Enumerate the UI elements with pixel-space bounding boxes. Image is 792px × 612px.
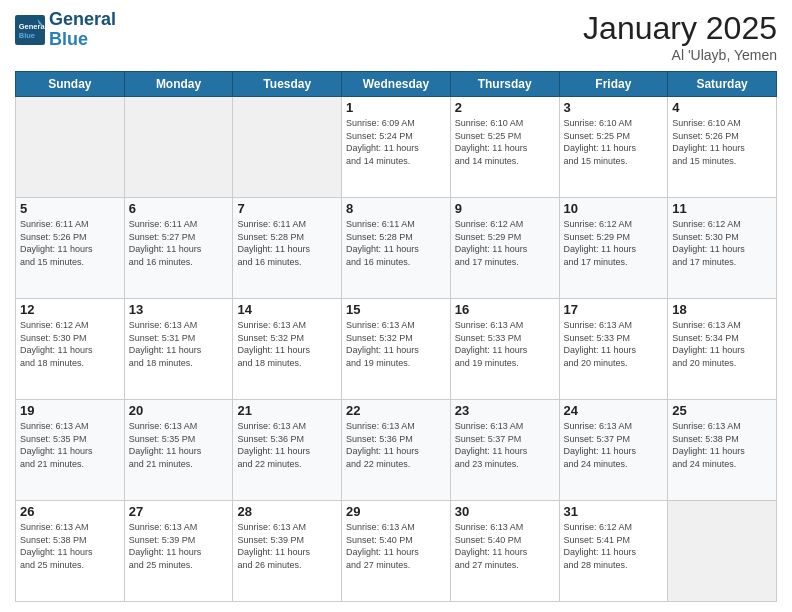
calendar-header-row: Sunday Monday Tuesday Wednesday Thursday… <box>16 72 777 97</box>
calendar-cell: 6Sunrise: 6:11 AM Sunset: 5:27 PM Daylig… <box>124 198 233 299</box>
col-thursday: Thursday <box>450 72 559 97</box>
calendar-cell: 24Sunrise: 6:13 AM Sunset: 5:37 PM Dayli… <box>559 400 668 501</box>
calendar-cell: 25Sunrise: 6:13 AM Sunset: 5:38 PM Dayli… <box>668 400 777 501</box>
calendar-cell: 21Sunrise: 6:13 AM Sunset: 5:36 PM Dayli… <box>233 400 342 501</box>
day-info: Sunrise: 6:13 AM Sunset: 5:38 PM Dayligh… <box>20 521 120 571</box>
title-section: January 2025 Al 'Ulayb, Yemen <box>583 10 777 63</box>
calendar-week-row: 1Sunrise: 6:09 AM Sunset: 5:24 PM Daylig… <box>16 97 777 198</box>
calendar-cell: 15Sunrise: 6:13 AM Sunset: 5:32 PM Dayli… <box>342 299 451 400</box>
day-number: 22 <box>346 403 446 418</box>
calendar-cell: 4Sunrise: 6:10 AM Sunset: 5:26 PM Daylig… <box>668 97 777 198</box>
day-number: 16 <box>455 302 555 317</box>
day-number: 24 <box>564 403 664 418</box>
calendar-table: Sunday Monday Tuesday Wednesday Thursday… <box>15 71 777 602</box>
calendar-cell: 27Sunrise: 6:13 AM Sunset: 5:39 PM Dayli… <box>124 501 233 602</box>
day-number: 14 <box>237 302 337 317</box>
calendar-cell: 8Sunrise: 6:11 AM Sunset: 5:28 PM Daylig… <box>342 198 451 299</box>
day-number: 12 <box>20 302 120 317</box>
col-wednesday: Wednesday <box>342 72 451 97</box>
calendar-week-row: 19Sunrise: 6:13 AM Sunset: 5:35 PM Dayli… <box>16 400 777 501</box>
day-info: Sunrise: 6:12 AM Sunset: 5:29 PM Dayligh… <box>564 218 664 268</box>
calendar-cell: 28Sunrise: 6:13 AM Sunset: 5:39 PM Dayli… <box>233 501 342 602</box>
day-info: Sunrise: 6:12 AM Sunset: 5:41 PM Dayligh… <box>564 521 664 571</box>
day-number: 18 <box>672 302 772 317</box>
day-number: 31 <box>564 504 664 519</box>
day-info: Sunrise: 6:11 AM Sunset: 5:28 PM Dayligh… <box>237 218 337 268</box>
day-info: Sunrise: 6:13 AM Sunset: 5:39 PM Dayligh… <box>237 521 337 571</box>
day-info: Sunrise: 6:13 AM Sunset: 5:31 PM Dayligh… <box>129 319 229 369</box>
day-info: Sunrise: 6:10 AM Sunset: 5:25 PM Dayligh… <box>455 117 555 167</box>
day-info: Sunrise: 6:13 AM Sunset: 5:35 PM Dayligh… <box>20 420 120 470</box>
calendar-cell: 19Sunrise: 6:13 AM Sunset: 5:35 PM Dayli… <box>16 400 125 501</box>
day-number: 3 <box>564 100 664 115</box>
day-number: 25 <box>672 403 772 418</box>
day-info: Sunrise: 6:13 AM Sunset: 5:36 PM Dayligh… <box>237 420 337 470</box>
svg-text:Blue: Blue <box>19 30 35 39</box>
day-info: Sunrise: 6:09 AM Sunset: 5:24 PM Dayligh… <box>346 117 446 167</box>
day-number: 11 <box>672 201 772 216</box>
calendar-body: 1Sunrise: 6:09 AM Sunset: 5:24 PM Daylig… <box>16 97 777 602</box>
day-info: Sunrise: 6:12 AM Sunset: 5:30 PM Dayligh… <box>672 218 772 268</box>
day-info: Sunrise: 6:13 AM Sunset: 5:32 PM Dayligh… <box>237 319 337 369</box>
logo-text: General Blue <box>49 10 116 50</box>
calendar-cell: 17Sunrise: 6:13 AM Sunset: 5:33 PM Dayli… <box>559 299 668 400</box>
logo: General Blue General Blue <box>15 10 116 50</box>
day-number: 9 <box>455 201 555 216</box>
day-info: Sunrise: 6:13 AM Sunset: 5:38 PM Dayligh… <box>672 420 772 470</box>
day-info: Sunrise: 6:12 AM Sunset: 5:29 PM Dayligh… <box>455 218 555 268</box>
calendar-cell: 20Sunrise: 6:13 AM Sunset: 5:35 PM Dayli… <box>124 400 233 501</box>
day-number: 27 <box>129 504 229 519</box>
day-info: Sunrise: 6:13 AM Sunset: 5:34 PM Dayligh… <box>672 319 772 369</box>
col-tuesday: Tuesday <box>233 72 342 97</box>
calendar-cell: 14Sunrise: 6:13 AM Sunset: 5:32 PM Dayli… <box>233 299 342 400</box>
calendar-week-row: 26Sunrise: 6:13 AM Sunset: 5:38 PM Dayli… <box>16 501 777 602</box>
col-saturday: Saturday <box>668 72 777 97</box>
day-info: Sunrise: 6:11 AM Sunset: 5:26 PM Dayligh… <box>20 218 120 268</box>
calendar-cell: 23Sunrise: 6:13 AM Sunset: 5:37 PM Dayli… <box>450 400 559 501</box>
day-info: Sunrise: 6:13 AM Sunset: 5:36 PM Dayligh… <box>346 420 446 470</box>
calendar-cell: 1Sunrise: 6:09 AM Sunset: 5:24 PM Daylig… <box>342 97 451 198</box>
calendar-cell: 11Sunrise: 6:12 AM Sunset: 5:30 PM Dayli… <box>668 198 777 299</box>
day-info: Sunrise: 6:11 AM Sunset: 5:27 PM Dayligh… <box>129 218 229 268</box>
day-number: 10 <box>564 201 664 216</box>
day-info: Sunrise: 6:13 AM Sunset: 5:40 PM Dayligh… <box>346 521 446 571</box>
calendar-cell: 3Sunrise: 6:10 AM Sunset: 5:25 PM Daylig… <box>559 97 668 198</box>
day-number: 4 <box>672 100 772 115</box>
day-info: Sunrise: 6:10 AM Sunset: 5:25 PM Dayligh… <box>564 117 664 167</box>
calendar-cell: 2Sunrise: 6:10 AM Sunset: 5:25 PM Daylig… <box>450 97 559 198</box>
day-number: 17 <box>564 302 664 317</box>
day-info: Sunrise: 6:13 AM Sunset: 5:37 PM Dayligh… <box>564 420 664 470</box>
calendar-cell: 30Sunrise: 6:13 AM Sunset: 5:40 PM Dayli… <box>450 501 559 602</box>
day-number: 7 <box>237 201 337 216</box>
location-subtitle: Al 'Ulayb, Yemen <box>583 47 777 63</box>
calendar-cell: 5Sunrise: 6:11 AM Sunset: 5:26 PM Daylig… <box>16 198 125 299</box>
day-info: Sunrise: 6:13 AM Sunset: 5:33 PM Dayligh… <box>455 319 555 369</box>
day-number: 15 <box>346 302 446 317</box>
day-info: Sunrise: 6:13 AM Sunset: 5:40 PM Dayligh… <box>455 521 555 571</box>
day-number: 26 <box>20 504 120 519</box>
day-info: Sunrise: 6:13 AM Sunset: 5:33 PM Dayligh… <box>564 319 664 369</box>
day-number: 29 <box>346 504 446 519</box>
calendar-week-row: 5Sunrise: 6:11 AM Sunset: 5:26 PM Daylig… <box>16 198 777 299</box>
day-info: Sunrise: 6:12 AM Sunset: 5:30 PM Dayligh… <box>20 319 120 369</box>
header: General Blue General Blue January 2025 A… <box>15 10 777 63</box>
day-number: 23 <box>455 403 555 418</box>
calendar-cell: 29Sunrise: 6:13 AM Sunset: 5:40 PM Dayli… <box>342 501 451 602</box>
day-number: 13 <box>129 302 229 317</box>
day-info: Sunrise: 6:13 AM Sunset: 5:39 PM Dayligh… <box>129 521 229 571</box>
day-number: 19 <box>20 403 120 418</box>
day-number: 28 <box>237 504 337 519</box>
day-number: 8 <box>346 201 446 216</box>
calendar-cell: 18Sunrise: 6:13 AM Sunset: 5:34 PM Dayli… <box>668 299 777 400</box>
calendar-cell: 26Sunrise: 6:13 AM Sunset: 5:38 PM Dayli… <box>16 501 125 602</box>
day-number: 30 <box>455 504 555 519</box>
calendar-cell: 13Sunrise: 6:13 AM Sunset: 5:31 PM Dayli… <box>124 299 233 400</box>
calendar-cell: 10Sunrise: 6:12 AM Sunset: 5:29 PM Dayli… <box>559 198 668 299</box>
calendar-cell <box>16 97 125 198</box>
calendar-cell <box>668 501 777 602</box>
day-info: Sunrise: 6:10 AM Sunset: 5:26 PM Dayligh… <box>672 117 772 167</box>
col-monday: Monday <box>124 72 233 97</box>
calendar-week-row: 12Sunrise: 6:12 AM Sunset: 5:30 PM Dayli… <box>16 299 777 400</box>
calendar-page: General Blue General Blue January 2025 A… <box>0 0 792 612</box>
month-title: January 2025 <box>583 10 777 47</box>
